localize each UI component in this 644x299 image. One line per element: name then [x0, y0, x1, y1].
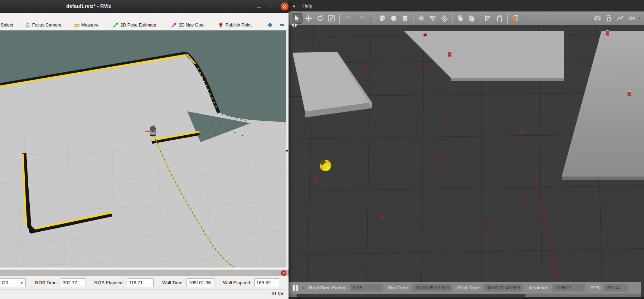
screenshot-camera-icon: [594, 14, 601, 22]
paste-button[interactable]: [466, 13, 477, 24]
pose-estimate-arrow-icon: [113, 22, 118, 28]
align-icon: [484, 14, 492, 22]
can-model: [628, 91, 631, 96]
tool-publish-point-button[interactable]: Publish Point: [218, 22, 252, 28]
align-button[interactable]: [483, 13, 493, 24]
wall-time-label: Wall Time:: [162, 280, 184, 285]
scale-icon: [328, 14, 335, 22]
rotate-icon: [316, 14, 324, 22]
time-panel: Off ▼ ROS Time: ROS Elapsed: Wall Time: …: [0, 276, 289, 289]
translate-tool-button[interactable]: [303, 13, 314, 24]
copy-icon: [456, 14, 464, 22]
zoom-in-button[interactable]: [267, 22, 273, 28]
toolbar-separator: [452, 14, 452, 23]
log-record-icon: LOG: [605, 14, 613, 22]
rotate-tool-button[interactable]: [315, 13, 325, 24]
tool-measure-button[interactable]: Measure: [74, 22, 99, 28]
rviz-3d-viewport[interactable]: [0, 30, 289, 267]
insert-cylinder-button[interactable]: [400, 13, 411, 24]
scrollbar-thumb[interactable]: [296, 294, 526, 297]
rviz-toolbar: Select Focus Camera Measure 2D Pose Esti…: [0, 20, 289, 30]
point-light-icon: [417, 14, 425, 22]
plot-window-icon: [616, 14, 624, 22]
gazebo-toolbar: ▼ ▼ ▼ LOG ▼: [289, 11, 644, 25]
video-menu-caret[interactable]: ▼: [638, 17, 641, 20]
box-icon: [378, 14, 386, 22]
rviz-titlebar[interactable]: default.rviz* - RViz ✕: [0, 0, 289, 13]
tool-2d-nav-goal-button[interactable]: 2D Nav Goal: [171, 22, 204, 28]
gazebo-scene: [289, 25, 644, 282]
insert-sphere-button[interactable]: [388, 13, 399, 24]
directional-light-button[interactable]: [439, 13, 450, 24]
panel-collapse-handle[interactable]: ▶: [286, 30, 289, 267]
translate-icon: [305, 14, 313, 22]
insert-box-button[interactable]: [377, 13, 388, 24]
time-panel-close-button[interactable]: ✕: [281, 270, 286, 276]
snap-magnet-icon: [495, 14, 503, 22]
maximize-button[interactable]: [268, 3, 276, 10]
step-button[interactable]: [302, 287, 304, 289]
ros-time-label: ROS Time:: [35, 280, 58, 285]
panel-corner: [641, 282, 644, 297]
tool-select-button[interactable]: Select: [1, 23, 13, 28]
redo-menu-caret[interactable]: ▼: [368, 17, 372, 20]
interact-view-button[interactable]: [291, 22, 298, 28]
zoom-out-button[interactable]: [279, 22, 285, 28]
redo-button[interactable]: [357, 13, 368, 24]
menu-item-help[interactable]: Help: [299, 3, 316, 9]
toolbar-separator: [480, 14, 480, 23]
rtf-value: 0.75: [350, 284, 383, 291]
gz-fps-value: 63.14: [604, 284, 628, 291]
real-time-label: Real Time:: [457, 285, 481, 290]
zoom-out-minus-icon: [279, 22, 285, 28]
spot-light-button[interactable]: [427, 13, 438, 24]
view-angle-button[interactable]: [510, 13, 521, 24]
collapse-arrow-icon: ▶: [286, 149, 289, 152]
toolbar-separator: [507, 14, 508, 23]
nav-goal-arrow-icon: [171, 22, 177, 28]
select-arrow-icon: [293, 14, 301, 22]
gazebo-3d-viewport[interactable]: [289, 25, 644, 282]
sphere-icon: [390, 14, 398, 22]
publish-point-pin-icon: [218, 22, 224, 28]
video-record-button[interactable]: [626, 13, 637, 24]
view-angle-cube-icon: [512, 14, 519, 22]
video-record-icon: [628, 14, 636, 22]
plot-window-button[interactable]: [615, 13, 626, 24]
measure-ruler-icon: [74, 22, 79, 28]
wall-time-field[interactable]: [187, 278, 214, 287]
screenshot-button[interactable]: [592, 13, 603, 24]
ros-elapsed-label: ROS Elapsed:: [95, 280, 124, 285]
snap-magnet-button[interactable]: [494, 13, 505, 24]
gazebo-window: v Help ▼ ▼ ▼ LOG ▼: [289, 0, 644, 299]
view-angle-menu-caret[interactable]: ▼: [521, 17, 525, 20]
pause-button[interactable]: [293, 285, 298, 291]
minimize-button[interactable]: [255, 3, 263, 10]
scale-tool-button[interactable]: [326, 13, 337, 24]
can-model: [448, 51, 451, 57]
chevron-down-icon: ▼: [20, 281, 25, 285]
tool-focus-camera-button[interactable]: Focus Camera: [25, 22, 62, 28]
yellow-ball: [320, 160, 331, 171]
directional-light-icon: [440, 14, 448, 22]
menu-item-view-partial[interactable]: v: [289, 3, 299, 9]
sim-time-value: 00 00:05:02.620: [412, 284, 452, 291]
time-panel-header[interactable]: ✕: [0, 270, 289, 276]
tool-2d-pose-estimate-button[interactable]: 2D Pose Estimate: [113, 22, 156, 28]
svg-text:LOG: LOG: [607, 16, 611, 18]
point-light-button[interactable]: [416, 13, 427, 24]
rviz-scene: [0, 30, 289, 267]
undo-button[interactable]: [342, 13, 353, 24]
horizontal-scr ollbar[interactable]: [289, 294, 644, 297]
sync-mode-select[interactable]: Off ▼: [0, 278, 26, 287]
copy-button[interactable]: [455, 13, 466, 24]
ros-time-field[interactable]: [61, 278, 86, 287]
log-record-button[interactable]: LOG: [604, 13, 614, 24]
ros-elapsed-field[interactable]: [127, 278, 154, 287]
rviz-window: default.rviz* - RViz ✕ Select Focus Came…: [0, 0, 289, 299]
undo-menu-caret[interactable]: ▼: [353, 17, 357, 20]
toolbar-separator: [339, 14, 340, 23]
wall-elapsed-field[interactable]: [254, 278, 279, 287]
zoom-in-plus-icon: [267, 22, 273, 28]
close-button[interactable]: ✕: [281, 3, 289, 10]
